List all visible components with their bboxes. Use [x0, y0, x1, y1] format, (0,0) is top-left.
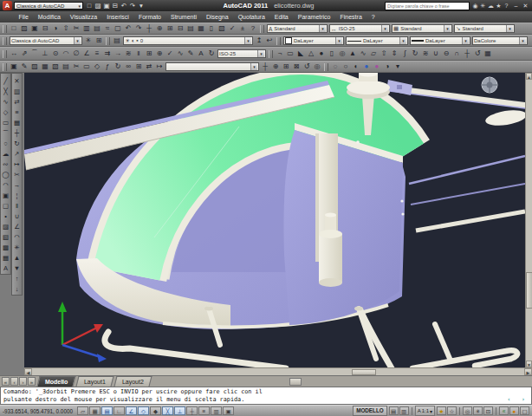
- layer-properties-manager-icon[interactable]: ▤: [112, 36, 122, 46]
- menu-item[interactable]: Modifica: [33, 11, 65, 23]
- dim-ordinate-icon[interactable]: ⊥: [40, 49, 50, 59]
- help-icon[interactable]: ?: [248, 23, 258, 34]
- xref-icon[interactable]: ▨: [29, 62, 40, 72]
- menu-item[interactable]: File: [14, 11, 33, 23]
- move-icon[interactable]: ┼: [12, 128, 22, 139]
- tpy-toggle[interactable]: ▥: [211, 406, 222, 415]
- match-properties-icon[interactable]: ≈: [102, 23, 113, 34]
- point-icon[interactable]: •: [1, 211, 10, 222]
- menu-item[interactable]: Inserisci: [102, 11, 134, 23]
- make-object-layer-current-icon[interactable]: ↥: [254, 36, 264, 46]
- menu-item[interactable]: Edita: [269, 11, 293, 23]
- torus-icon[interactable]: ◎: [337, 49, 347, 59]
- spline-icon[interactable]: ∾: [1, 159, 10, 170]
- save-workspace-icon[interactable]: ⊞: [94, 36, 104, 46]
- 3d-rotate-icon[interactable]: ↺: [472, 49, 483, 59]
- dim-radius-icon[interactable]: ⊙: [50, 49, 61, 59]
- planar-surface-icon[interactable]: ▱: [368, 49, 379, 59]
- hyperlink-icon[interactable]: ∞: [123, 62, 133, 72]
- menu-item[interactable]: Parametrico: [293, 11, 335, 23]
- ortho-toggle[interactable]: ∟: [114, 406, 125, 415]
- close-button[interactable]: ✕: [522, 2, 529, 10]
- menu-item[interactable]: Visualizza: [65, 11, 101, 23]
- vertical-scroll-thumb[interactable]: [526, 272, 532, 309]
- mirror-icon[interactable]: ⇄: [12, 97, 22, 107]
- dim-angular-icon[interactable]: ∠: [81, 49, 92, 59]
- scroll-down-icon[interactable]: ▼: [526, 361, 532, 367]
- extract-data-icon[interactable]: ↦: [154, 62, 165, 72]
- drawing-viewport[interactable]: ▲ ▼ ◀ ▶: [24, 73, 532, 375]
- horizontal-scrollbar[interactable]: ◀ ▶: [24, 367, 532, 375]
- autocad-logo-icon[interactable]: A: [3, 1, 12, 10]
- redo-icon[interactable]: ↷: [128, 1, 137, 10]
- tray-alert-icon[interactable]: ●: [509, 406, 519, 415]
- toolbar-grip[interactable]: [106, 37, 110, 45]
- loft-icon[interactable]: ≋: [420, 49, 431, 59]
- chevron-down-icon[interactable]: ▾: [244, 37, 251, 44]
- workspace-gear-icon[interactable]: ✳: [473, 406, 483, 415]
- communication-center-icon[interactable]: ☁: [487, 1, 495, 10]
- box-icon[interactable]: ▭: [285, 49, 295, 59]
- model-space-button[interactable]: MODELLO: [353, 406, 386, 416]
- ole-object-icon[interactable]: ⊞: [133, 62, 144, 72]
- command-line[interactable]: Comando: '_3dorbit Premere ESC o INVIO p…: [0, 387, 532, 405]
- otrack-toggle[interactable]: ╳: [162, 406, 173, 415]
- image-attach-icon[interactable]: ▦: [40, 62, 50, 72]
- 3d-move-icon[interactable]: ┼: [462, 49, 472, 59]
- vertical-scrollbar[interactable]: ▲ ▼: [525, 73, 532, 367]
- dim-update-icon[interactable]: ↻: [206, 49, 217, 59]
- tab-layout1[interactable]: Layout1: [76, 376, 114, 387]
- status-tray-icon[interactable]: «: [499, 406, 509, 415]
- jogged-linear-icon[interactable]: ∿: [175, 49, 185, 59]
- vs-hidden-icon[interactable]: ◐: [351, 62, 361, 72]
- chevron-down-icon[interactable]: ▾: [257, 50, 264, 57]
- menu-item[interactable]: Strumenti: [166, 11, 202, 23]
- tab-prev-icon[interactable]: ‹: [10, 377, 18, 386]
- plotstyle-combo[interactable]: DaColore ▾: [472, 36, 528, 45]
- command-scroll-arrows[interactable]: ‹ ›: [507, 396, 529, 404]
- tool-palettes-icon[interactable]: ▯: [206, 23, 217, 34]
- 3d-osnap-toggle[interactable]: ◆: [150, 406, 161, 415]
- pdf-underlay-icon[interactable]: ▤: [61, 62, 71, 72]
- grid-toggle[interactable]: ▤: [101, 406, 113, 415]
- constrained-orbit-icon[interactable]: ↺: [302, 62, 312, 72]
- zoom-window-icon[interactable]: ⊞: [165, 23, 175, 34]
- vs-3d-wireframe-icon[interactable]: ○: [341, 62, 351, 72]
- intersect-icon[interactable]: ∩: [451, 49, 462, 59]
- sheetset-manager-icon[interactable]: ▧: [217, 23, 227, 34]
- text-style-combo[interactable]: A Standard ▾: [267, 24, 328, 33]
- pyramid-icon[interactable]: ▲: [347, 49, 358, 59]
- pan-icon[interactable]: ┼: [144, 23, 154, 34]
- properties-icon[interactable]: ▤: [185, 23, 196, 34]
- lineweight-combo[interactable]: DaLayer ▾: [410, 36, 470, 45]
- cut-icon[interactable]: ✂: [71, 23, 81, 34]
- array-icon[interactable]: ▦: [12, 118, 22, 128]
- menu-item[interactable]: Formato: [133, 11, 165, 23]
- workspace-settings-icon[interactable]: ✳: [83, 36, 94, 46]
- tab-modello[interactable]: Modello: [37, 376, 76, 387]
- field-icon[interactable]: ƒ: [102, 62, 113, 72]
- open-icon[interactable]: ▨: [94, 1, 102, 10]
- send-below-icon[interactable]: ↓: [12, 284, 22, 295]
- toolbar-grip[interactable]: [324, 63, 328, 71]
- horizontal-scroll-thumb[interactable]: [352, 369, 376, 375]
- center-mark-icon[interactable]: ⊕: [154, 49, 165, 59]
- undo-icon[interactable]: ↶: [120, 1, 128, 10]
- scroll-right-icon[interactable]: ▶: [524, 368, 532, 375]
- toolbar-grip[interactable]: [269, 50, 273, 58]
- subscription-icon[interactable]: ✳: [479, 1, 487, 10]
- vs-manage-icon[interactable]: ▾: [393, 62, 403, 72]
- mtext-icon[interactable]: A: [1, 263, 10, 274]
- circle-icon[interactable]: ○: [1, 139, 10, 149]
- frame-icon[interactable]: ▭: [81, 62, 92, 72]
- 3d-array-icon[interactable]: ▦: [483, 49, 493, 59]
- scroll-left-icon[interactable]: ◀: [24, 368, 32, 375]
- dim-break-icon[interactable]: ‖: [133, 49, 144, 59]
- steering-wheel-icon[interactable]: ◎: [463, 406, 472, 415]
- vs-shades-gray-icon[interactable]: ◑: [382, 62, 393, 72]
- chevron-down-icon[interactable]: ▾: [74, 37, 81, 44]
- search-input[interactable]: [385, 2, 470, 10]
- polysolid-icon[interactable]: ¬: [275, 49, 285, 59]
- menu-item[interactable]: Disegna: [201, 11, 233, 23]
- block-editor-icon[interactable]: ▢: [113, 23, 123, 34]
